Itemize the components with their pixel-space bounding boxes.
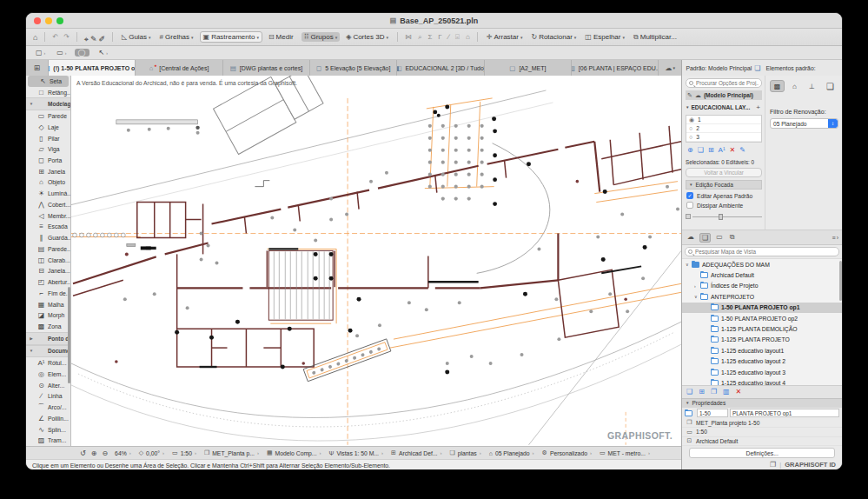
eye-icon[interactable]: ○: [689, 125, 692, 131]
selection-widget-button[interactable]: ◯: [75, 49, 89, 57]
quick-option[interactable]: ◇ 0,00° ›: [139, 449, 164, 456]
option-row[interactable]: ◉ 1: [686, 116, 761, 124]
undo-icon[interactable]: ↶: [51, 33, 59, 41]
settings-button[interactable]: Definições...: [689, 448, 835, 458]
tab-overview-icon[interactable]: ⊞: [26, 60, 49, 76]
tree-item[interactable]: 1-125 educativo layout 3: [682, 367, 842, 377]
toolbox-item[interactable]: ▶ Ponto de Vis...: [26, 332, 70, 345]
toolbar-menu-button[interactable]: # Grelhas ▾: [157, 32, 196, 42]
navigator-mode-button[interactable]: ▭: [714, 233, 725, 243]
view-tab[interactable]: ▢ [A2_MET]: [485, 60, 572, 76]
toolbox-item[interactable]: ∠ Polilin...: [26, 413, 70, 424]
toolbox-item[interactable]: ∿ Splin...: [26, 424, 70, 436]
toolbox-item[interactable]: ▦ Malha: [26, 299, 70, 310]
toolbar-menu-button[interactable]: ◫ Espelhar ▾: [582, 32, 627, 42]
navigator-menu-button[interactable]: ≡ ›: [832, 235, 838, 241]
floor-plan-svg[interactable]: [71, 76, 681, 445]
toolbox-item[interactable]: ⊟ Janela...: [26, 265, 70, 276]
toolbar-menu-button[interactable]: ⠿ Grupos ▾: [301, 32, 341, 42]
viewmap-search-input[interactable]: [695, 249, 836, 255]
tree-caret-icon[interactable]: ›: [694, 283, 700, 289]
toolbox-item[interactable]: ◇ Laje: [26, 122, 70, 133]
toolbox-item[interactable]: ▱ Viga: [26, 143, 70, 155]
tree-item[interactable]: › Índices de Projeto: [682, 281, 842, 291]
tree-item[interactable]: 1-125 educativo layout1: [682, 345, 842, 356]
option-action-icon[interactable]: ❏: [698, 146, 704, 154]
toolbar-menu-button[interactable]: ▣ Rastreamento ▾: [200, 31, 262, 43]
close-window-button[interactable]: [34, 17, 41, 24]
option-action-icon[interactable]: ✕: [730, 146, 736, 154]
toolbox-item[interactable]: ⋀ Cobert...: [26, 199, 70, 210]
navigator-mode-button[interactable]: ☁: [686, 233, 696, 243]
quick-option[interactable]: ⚙ Personalizado ›: [542, 449, 592, 456]
toolbox-item[interactable]: ◎ Elem...: [26, 369, 70, 380]
toolbox-item[interactable]: ◁ Membr...: [26, 210, 70, 222]
slider-thumb[interactable]: [719, 214, 723, 220]
toolbar-icon[interactable]: ⌻: [454, 33, 461, 42]
toolbar-menu-button[interactable]: ✛ Arrastar ▾: [484, 32, 526, 42]
minimize-window-button[interactable]: [45, 17, 52, 24]
option-action-icon[interactable]: ✎: [739, 146, 745, 154]
folder-icon[interactable]: ❏: [822, 79, 838, 93]
toolbox-scrollbar[interactable]: [68, 287, 70, 383]
option-action-icon[interactable]: ⊞: [708, 146, 714, 154]
toolbox-item[interactable]: ▼ Documentaç...: [26, 345, 70, 358]
graphisoft-id-label[interactable]: GRAPHISOFT ID: [785, 461, 836, 469]
property-row[interactable]: ⊡ Archicad Default: [682, 437, 842, 447]
toolbox-item[interactable]: ⌐ Fim de...: [26, 288, 70, 299]
home-icon[interactable]: ⌂: [32, 33, 38, 42]
quick-option[interactable]: ▦ Modelo Comp... ›: [267, 449, 321, 456]
toolbox-item[interactable]: ⊞ Janela: [26, 166, 70, 177]
toolbox-item[interactable]: A¹ Rótul...: [26, 357, 70, 369]
title-bar[interactable]: ▤ Base_AP_250521.pln: [26, 13, 842, 29]
toolbox-item[interactable]: ◰ Abertur...: [26, 276, 70, 288]
view-tab[interactable]: ▤ [DWG plantas e cortes]: [223, 60, 310, 76]
toolbox-item[interactable]: ▼ Modelagem: [26, 97, 70, 110]
toolbox-item[interactable]: □ Retâng...: [26, 87, 70, 98]
viewmap-action-icon[interactable]: ❐: [711, 388, 717, 396]
zoom-window-button[interactable]: [56, 17, 63, 24]
toolbox-item[interactable]: ▭ Parede: [26, 110, 70, 122]
toolbox-item[interactable]: ∥ Guarda...: [26, 232, 70, 243]
zoom-control-icon[interactable]: ↺: [80, 449, 86, 457]
quick-option[interactable]: ▭ MET - metro... ›: [600, 449, 650, 456]
quick-option[interactable]: 64% ›: [112, 450, 131, 456]
element-type-button[interactable]: ⌂: [787, 80, 802, 92]
toolbox-item[interactable]: ▨ Tram...: [26, 436, 70, 447]
dim-slider[interactable]: [686, 213, 762, 220]
eye-icon[interactable]: ○: [689, 134, 692, 140]
toolbox-item[interactable]: ⌒ Arco/...: [26, 402, 70, 413]
toolbox-item[interactable]: ◻ Porta: [26, 155, 70, 166]
element-type-button[interactable]: ▩: [770, 80, 785, 92]
quick-option[interactable]: ❏ plantas ›: [449, 449, 480, 456]
tree-item[interactable]: 1-125 educativo layout 4: [682, 377, 842, 384]
toolbox-item[interactable]: ≡ Escada: [26, 222, 70, 233]
renovation-filter-dropdown[interactable]: 05 Planejado ↕: [770, 118, 838, 129]
properties-section[interactable]: ▼ Propriedades: [682, 398, 842, 408]
tree-scrollbar[interactable]: [839, 261, 842, 301]
tree-item[interactable]: ∨ ADEQUAÇÕES DO MAM: [682, 259, 842, 269]
toolbox-item[interactable]: ▯ Pilar: [26, 133, 70, 144]
selection-widget-button[interactable]: ▢ ›: [33, 49, 48, 57]
add-option-button[interactable]: +: [756, 103, 762, 111]
quick-option[interactable]: ▭ 1:50 ›: [172, 449, 196, 456]
toolbox-item[interactable]: ⌂ Objeto: [26, 177, 70, 189]
tree-caret-icon[interactable]: ∨: [694, 294, 700, 299]
tree-item[interactable]: ∨ ANTEPROJETO: [682, 291, 842, 302]
drawing-canvas[interactable]: A Versão Educacional do Archicad, não é …: [71, 76, 681, 446]
tree-item[interactable]: 1-125 educativo layout 2: [682, 356, 842, 367]
toolbox-item[interactable]: ⊙ Alter...: [26, 380, 70, 391]
edit-default-checkbox-row[interactable]: ✓ Editar Apenas Padrão: [686, 192, 762, 199]
quick-option[interactable]: ❐ MET_Planta p... ›: [204, 449, 259, 456]
toolbox-item[interactable]: ◪ Morph: [26, 309, 70, 321]
checkbox-checked-icon[interactable]: ✓: [686, 192, 693, 199]
property-row[interactable]: ❐ MET_Planta projeto 1-50: [682, 419, 842, 429]
pickup-tool-icon[interactable]: ✐: [97, 35, 106, 43]
relink-button[interactable]: Voltar a Vincular: [686, 168, 762, 177]
toolbar-icon[interactable]: Σ: [427, 33, 433, 41]
toolbar-icon[interactable]: ⌕: [417, 33, 422, 42]
navigator-mode-button[interactable]: ⧉: [728, 233, 737, 243]
selection-widget-button[interactable]: ↖ ›: [96, 49, 109, 57]
option-row[interactable]: ○ 2: [686, 124, 761, 133]
property-id-field[interactable]: 1-50: [697, 409, 728, 417]
